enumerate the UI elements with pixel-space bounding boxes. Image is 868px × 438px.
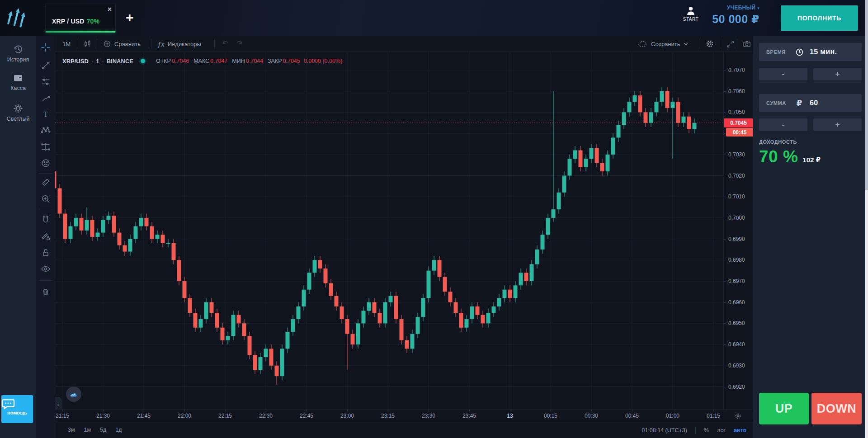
emoji-tool-icon[interactable] (41, 158, 51, 168)
range-button-3[interactable]: 1д (115, 427, 122, 433)
up-button[interactable]: UP (759, 393, 809, 424)
price-tick (724, 91, 726, 92)
magnet-icon[interactable] (41, 215, 51, 225)
screenshot-button[interactable] (740, 36, 754, 52)
add-tab-button[interactable]: + (126, 10, 134, 25)
time-label: 22:00 (171, 413, 198, 419)
brush-tool-icon[interactable] (41, 93, 51, 103)
price-label: 0.6990 (728, 236, 745, 242)
candlestick-svg[interactable] (55, 52, 723, 409)
time-tick (225, 410, 226, 411)
time-axis[interactable]: 21:1521:3021:4522:0022:1522:3022:4523:00… (55, 409, 723, 423)
amount-plus-button[interactable]: + (813, 118, 862, 131)
price-tick (724, 133, 726, 134)
legend-interval: 1 (96, 58, 99, 65)
chart-bottom-bar: 3м1м5д1д 01:08:14 (UTC+3) % лог авто (55, 423, 753, 438)
browser-scrollbar[interactable] (865, 0, 868, 438)
interval-label: 1М (62, 41, 71, 47)
toolbar-separator (720, 39, 720, 49)
time-label: 22:15 (212, 413, 239, 419)
price-label: 0.7070 (728, 67, 745, 73)
scrollbar-thumb[interactable] (865, 0, 868, 190)
save-layout-button[interactable]: Сохранить (635, 36, 691, 52)
legend-separator: · (102, 58, 104, 65)
time-field[interactable]: ВРЕМЯ 15 мин. (759, 43, 862, 61)
compare-label: Сравнить (114, 41, 141, 47)
text-tool-icon[interactable]: T (41, 109, 51, 119)
ruler-measure-icon[interactable] (41, 177, 51, 187)
crosshair-cursor-icon[interactable] (41, 42, 51, 52)
price-label: 0.7030 (728, 151, 745, 158)
remove-drawings-trash-icon[interactable] (41, 287, 51, 297)
time-minus-button[interactable]: - (759, 68, 807, 80)
chart-style-button[interactable] (80, 36, 94, 52)
price-axis[interactable]: 0.69200.69300.69400.69500.69600.69700.69… (723, 52, 753, 409)
close-label: ЗАКР (268, 58, 282, 64)
scale-percent-button[interactable]: % (704, 427, 709, 433)
close-tab-icon[interactable]: × (108, 6, 112, 13)
compare-button[interactable]: Сравнить (100, 36, 143, 52)
axis-settings-corner[interactable] (723, 409, 753, 423)
undo-button[interactable] (219, 36, 232, 52)
time-label: 01:15 (700, 413, 723, 419)
account-type-label: УЧЕБНЫЙ (727, 5, 756, 11)
down-button[interactable]: DOWN (811, 393, 862, 424)
price-tick (724, 302, 726, 303)
range-button-0[interactable]: 3м (68, 427, 75, 433)
interval-button[interactable]: 1М (60, 36, 73, 52)
price-tick (724, 260, 726, 260)
help-button[interactable]: помощь (1, 395, 33, 423)
range-button-1[interactable]: 1м (84, 427, 91, 433)
deposit-button[interactable]: ПОПОЛНИТЬ (781, 5, 858, 31)
fib-tool-icon[interactable] (41, 77, 51, 87)
account-type-dropdown[interactable]: УЧЕБНЫЙ ▾ (710, 5, 760, 11)
time-label: 21:30 (90, 413, 117, 419)
trend-line-icon[interactable] (41, 61, 51, 71)
tab-xrp-usd[interactable]: XRP / USD70% × (45, 4, 116, 33)
zoom-in-icon[interactable] (41, 194, 51, 204)
clock-utc[interactable]: 01:08:14 (UTC+3) (642, 427, 687, 433)
indicators-button[interactable]: ƒx Индикаторы (155, 36, 204, 52)
sidebar-item-cashier[interactable]: Касса (0, 72, 36, 91)
range-button-2[interactable]: 5д (100, 427, 106, 433)
redo-button[interactable] (232, 36, 246, 52)
legend-symbol[interactable]: XRP/USD (62, 58, 89, 65)
time-tick (184, 410, 185, 411)
position-tool-icon[interactable] (41, 142, 51, 152)
chart-settings-button[interactable] (703, 36, 717, 52)
chart-toolbar: 1М Сравнить ƒx Индикаторы (55, 36, 753, 52)
price-label: 0.7000 (728, 215, 745, 221)
sidebar-item-history[interactable]: История (0, 44, 36, 63)
drawing-mode-lock-icon[interactable] (41, 231, 51, 241)
hide-drawings-eye-icon[interactable] (41, 264, 51, 274)
price-label: 0.6970 (728, 278, 745, 284)
fullscreen-button[interactable] (723, 36, 737, 52)
chart-legend: XRP/USD · 1 · BINANCE ОТКР0.7046 МАКС0.7… (62, 57, 342, 66)
time-label: 22:30 (252, 413, 279, 419)
legend-exchange: BINANCE (107, 58, 133, 65)
price-label: 0.6930 (728, 363, 745, 369)
chart-plot[interactable]: XRP/USD · 1 · BINANCE ОТКР0.7046 МАКС0.7… (55, 52, 723, 409)
price-label: 0.7060 (728, 88, 745, 94)
collapse-toolbar-handle[interactable]: ‹ (55, 397, 61, 409)
quick-chart-button[interactable] (66, 386, 81, 402)
chat-bubble-icon (1, 398, 15, 410)
amount-minus-button[interactable]: - (759, 118, 807, 131)
time-tick (551, 410, 551, 411)
amount-field[interactable]: СУММА ₽ 60 (759, 94, 862, 112)
price-tick (724, 281, 726, 282)
time-label: 21:15 (55, 413, 76, 419)
redo-icon (235, 40, 243, 48)
xabcd-pattern-icon[interactable] (41, 125, 51, 135)
scale-log-button[interactable]: лог (717, 427, 726, 433)
scale-auto-button[interactable]: авто (734, 427, 746, 433)
clock-icon (795, 48, 804, 57)
lock-drawings-icon[interactable] (41, 248, 51, 258)
price-label: 0.7020 (728, 173, 745, 179)
open-value: 0.7046 (172, 58, 189, 64)
bottom-right-controls: 01:08:14 (UTC+3) % лог авто (642, 427, 746, 434)
sidebar-item-theme[interactable]: Светлый (0, 103, 36, 122)
svg-text:T: T (43, 110, 48, 118)
time-tick (429, 410, 429, 411)
time-plus-button[interactable]: + (813, 68, 862, 80)
